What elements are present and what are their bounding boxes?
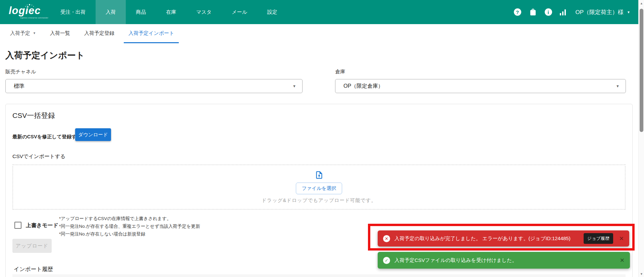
scroll-down-icon[interactable]: ▼ — [639, 272, 644, 276]
subnav-label: 入荷予定インポート — [128, 30, 174, 37]
file-upload-icon — [315, 170, 324, 180]
chevron-down-icon: ▼ — [616, 84, 620, 88]
stats-signal-icon[interactable] — [560, 9, 566, 15]
vertical-scrollbar[interactable]: ▲ ▼ — [638, 0, 644, 277]
shopping-bag-icon[interactable] — [529, 8, 537, 16]
csv-bulk-register-card: CSV一括登録 最新のCSVを修正して登録する ダウンロード CSVでインポート… — [5, 104, 633, 277]
card-title: CSV一括登録 — [12, 111, 55, 120]
error-toast: ✕ 入荷予定の取り込みが完了しました。 エラーがあります。(ジョブID:1244… — [378, 230, 629, 247]
overwrite-note-line: *同一発注No.が存在しない場合は新規登録 — [59, 230, 200, 238]
channel-value: 標準 — [14, 83, 24, 90]
scrollbar-thumb[interactable] — [640, 9, 643, 132]
app-header: logiec logistics enterprise commander 受注… — [0, 0, 638, 24]
overwrite-notes: *アップロードするCSVの在庫情報で上書きされます。 *同一発注No.が存在する… — [59, 215, 200, 238]
info-icon[interactable]: i — [545, 8, 552, 16]
user-name: OP（限定荷主）様 — [576, 8, 624, 16]
upload-button[interactable]: アップロード — [12, 239, 52, 253]
nav-item-mail[interactable]: メール — [222, 0, 257, 24]
chevron-down-icon: ▼ — [292, 84, 296, 88]
subnav-label: 入荷予定 — [10, 30, 30, 37]
subnav-item-nyuka-ichiran[interactable]: 入荷一覧 — [45, 24, 75, 43]
subnav-label: 入荷一覧 — [50, 30, 70, 37]
download-button[interactable]: ダウンロード — [75, 128, 111, 141]
error-circle-icon: ✕ — [383, 235, 390, 242]
file-dropzone[interactable]: ファイルを選択 ドラッグ&ドロップでもアップロード可能です。 — [12, 164, 626, 210]
channel-select[interactable]: 標準 ▼ — [5, 79, 303, 93]
app-logo[interactable]: logiec logistics enterprise commander — [0, 0, 50, 24]
dragdrop-hint: ドラッグ&ドロップでもアップロード可能です。 — [262, 197, 376, 204]
main-nav: 受注・出荷 入荷 商品 在庫 マスタ メール 設定 — [50, 0, 287, 24]
select-file-button[interactable]: ファイルを選択 — [296, 183, 342, 194]
logo-tagline: logistics enterprise commander — [9, 17, 50, 19]
import-history-table-header — [12, 274, 626, 277]
close-icon[interactable]: ✕ — [620, 257, 625, 264]
error-toast-message: 入荷予定の取り込みが完了しました。 エラーがあります。(ジョブID:124485… — [394, 235, 571, 242]
download-hint: 最新のCSVを修正して登録する — [12, 134, 82, 140]
overwrite-note-line: *同一発注No.が存在する場合、重複エラーとせず当該入荷予定を更新 — [59, 222, 200, 230]
job-history-button[interactable]: ジョブ履歴 — [584, 233, 613, 244]
warehouse-select[interactable]: OP（限定倉庫） ▼ — [335, 79, 626, 93]
logo-text: logiec — [9, 5, 50, 16]
user-menu[interactable]: OP（限定荷主）様 ▼ — [576, 8, 630, 16]
close-icon[interactable]: ✕ — [619, 235, 624, 242]
channel-label: 販売チャネル — [5, 69, 36, 75]
subnav: 入荷予定 ▼ 入荷一覧 入荷予定登録 入荷予定インポート — [0, 24, 183, 43]
nav-item-settings[interactable]: 設定 — [257, 0, 287, 24]
success-toast: ✓ 入荷予定CSVファイルの取り込みを受け付けました。 ✕ — [378, 252, 630, 269]
scroll-up-icon[interactable]: ▲ — [639, 2, 644, 5]
nav-item-master[interactable]: マスタ — [186, 0, 222, 24]
nav-item-products[interactable]: 商品 — [126, 0, 156, 24]
nav-item-orders-shipping[interactable]: 受注・出荷 — [50, 0, 96, 24]
nav-item-inventory[interactable]: 在庫 — [156, 0, 186, 24]
page-title: 入荷予定インポート — [5, 50, 85, 61]
subnav-label: 入荷予定登録 — [84, 30, 114, 37]
csv-import-label: CSVでインポートする — [12, 153, 65, 160]
chevron-down-icon: ▼ — [627, 10, 630, 14]
overwrite-note-line: *アップロードするCSVの在庫情報で上書きされます。 — [59, 215, 200, 222]
subnav-item-nyuka-yotei[interactable]: 入荷予定 ▼ — [5, 24, 41, 43]
warehouse-value: OP（限定倉庫） — [343, 83, 383, 90]
subnav-item-yotei-import[interactable]: 入荷予定インポート — [124, 24, 179, 43]
success-toast-message: 入荷予定CSVファイルの取り込みを受け付けました。 — [394, 257, 517, 264]
import-history-title: インポート履歴 — [14, 266, 53, 273]
subnav-item-yotei-toroku[interactable]: 入荷予定登録 — [79, 24, 119, 43]
chevron-down-icon: ▼ — [33, 31, 36, 35]
logo-rays-icon — [29, 4, 30, 5]
nav-item-receiving[interactable]: 入荷 — [96, 0, 126, 24]
check-circle-icon: ✓ — [383, 257, 390, 264]
overwrite-mode-label[interactable]: 上書きモード — [26, 222, 58, 229]
help-icon[interactable]: ? — [514, 8, 521, 16]
warehouse-label: 倉庫 — [335, 69, 345, 75]
overwrite-mode-checkbox[interactable] — [14, 222, 21, 229]
header-actions: ? i OP（限定荷主）様 ▼ — [514, 0, 638, 24]
